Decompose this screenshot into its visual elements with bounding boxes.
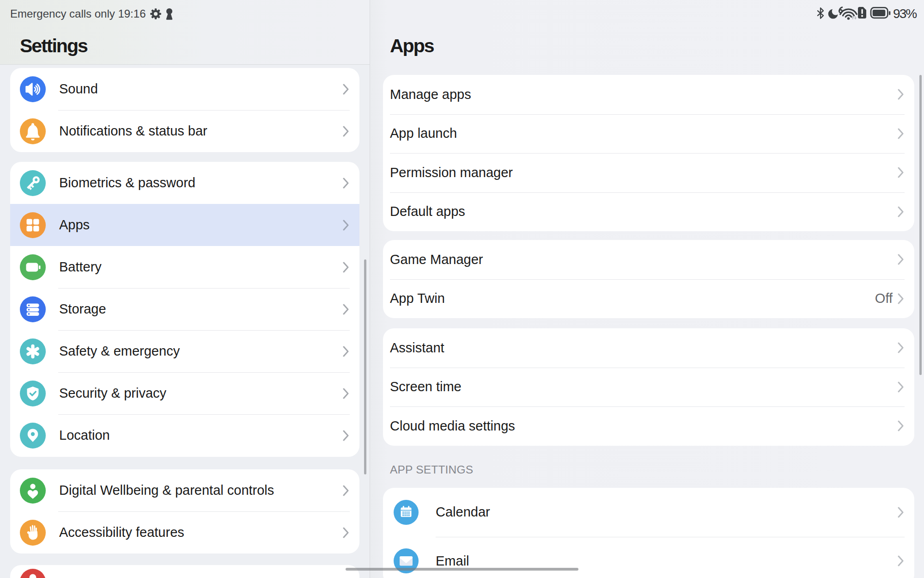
svg-text:93%: 93% [893,6,917,20]
